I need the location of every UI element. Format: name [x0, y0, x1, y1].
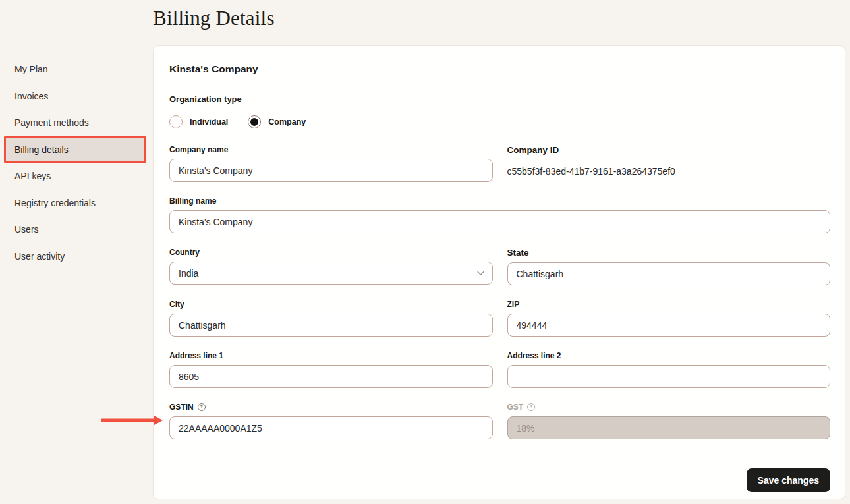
sidebar-item-user-activity[interactable]: User activity: [0, 243, 146, 270]
address-line-1-input[interactable]: [169, 365, 493, 388]
gstin-help-icon[interactable]: ?: [198, 403, 206, 411]
gstin-label-row: GSTIN ?: [169, 403, 493, 412]
country-select[interactable]: [169, 262, 493, 285]
gstin-label: GSTIN: [169, 403, 194, 412]
sidebar-item-invoices[interactable]: Invoices: [0, 83, 146, 110]
save-changes-button[interactable]: Save changes: [747, 468, 830, 492]
radio-individual-label: Individual: [190, 117, 228, 126]
gst-input: [507, 416, 831, 439]
address-line-1-label: Address line 1: [169, 351, 493, 360]
city-input[interactable]: [169, 314, 493, 337]
organization-type-label: Organization type: [169, 94, 830, 104]
address-line-2-label: Address line 2: [507, 351, 831, 360]
gstin-pointer-arrow-icon: [101, 414, 163, 426]
state-label: State: [507, 248, 831, 258]
billing-details-card: Kinsta's Company Organization type Indiv…: [153, 45, 845, 499]
sidebar-item-registry-credentials[interactable]: Registry credentials: [0, 190, 146, 217]
company-name-input[interactable]: [169, 159, 493, 182]
gst-help-icon[interactable]: ?: [527, 403, 535, 411]
address-line-2-input[interactable]: [507, 365, 831, 388]
organization-type-radio-group: Individual Company: [169, 115, 830, 128]
radio-company-circle-icon[interactable]: [248, 115, 261, 128]
billing-name-label: Billing name: [169, 196, 830, 206]
radio-company-label: Company: [268, 117, 306, 126]
sidebar-item-api-keys[interactable]: API keys: [0, 163, 146, 190]
company-heading: Kinsta's Company: [169, 63, 830, 75]
city-label: City: [169, 300, 493, 309]
sidebar: My Plan Invoices Payment methods Billing…: [0, 56, 146, 269]
zip-label: ZIP: [507, 300, 831, 309]
billing-name-input[interactable]: [169, 210, 830, 233]
page-title: Billing Details: [153, 7, 275, 30]
radio-individual[interactable]: Individual: [169, 115, 228, 128]
gstin-input[interactable]: [169, 416, 493, 439]
company-id-value: c55b5f3f-83ed-41b7-9161-a3a264375ef0: [507, 166, 831, 177]
company-name-label: Company name: [169, 145, 493, 154]
radio-individual-circle-icon[interactable]: [169, 115, 183, 128]
gst-label-row: GST ?: [507, 403, 831, 412]
billing-form: Company name Company ID c55b5f3f-83ed-41…: [169, 145, 830, 439]
sidebar-item-payment-methods[interactable]: Payment methods: [0, 109, 146, 136]
sidebar-item-billing-details[interactable]: Billing details: [4, 136, 146, 163]
sidebar-item-users[interactable]: Users: [0, 216, 146, 243]
zip-input[interactable]: [507, 314, 831, 337]
sidebar-item-my-plan[interactable]: My Plan: [0, 56, 146, 83]
gst-label: GST: [507, 403, 524, 412]
state-input[interactable]: [507, 262, 831, 285]
company-id-label: Company ID: [507, 145, 831, 155]
radio-company[interactable]: Company: [248, 115, 306, 128]
country-label: Country: [169, 248, 493, 257]
